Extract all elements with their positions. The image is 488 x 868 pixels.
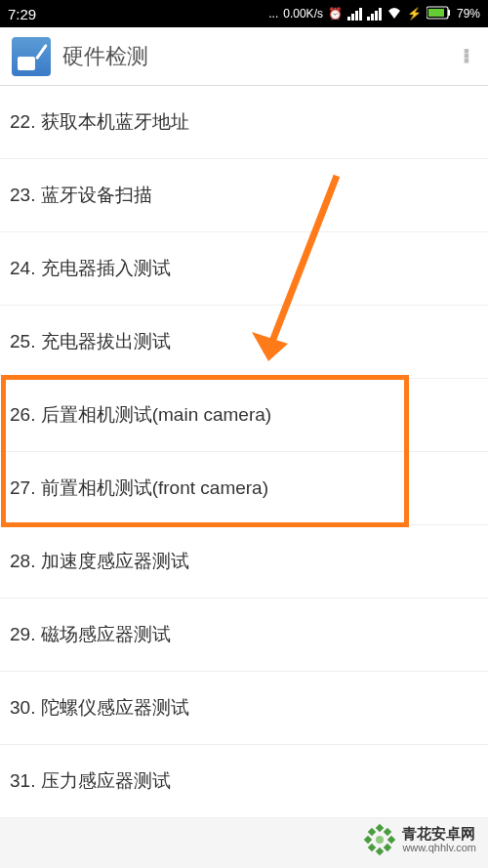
list-item[interactable]: 29. 磁场感应器测试: [0, 599, 488, 672]
watermark: 青花安卓网 www.qhhlv.com: [363, 823, 476, 856]
svg-rect-7: [364, 836, 372, 844]
svg-rect-8: [387, 836, 395, 844]
svg-rect-12: [384, 844, 391, 851]
svg-rect-1: [448, 10, 450, 16]
flash-icon: ⚡: [407, 7, 422, 21]
signal-icon-1: [347, 8, 362, 21]
list-item[interactable]: 24. 充电器插入测试: [0, 232, 488, 306]
svg-rect-5: [376, 824, 384, 832]
svg-rect-6: [376, 847, 384, 855]
list-item[interactable]: 30. 陀螺仪感应器测试: [0, 672, 488, 745]
status-dots: ...: [268, 7, 278, 21]
app-header: 硬件检测 ▪▪▪: [0, 27, 488, 86]
svg-rect-9: [368, 828, 376, 836]
list-item[interactable]: 26. 后置相机测试(main camera): [0, 379, 488, 452]
net-speed: 0.00K/s: [283, 7, 323, 21]
page-title: 硬件检测: [62, 42, 457, 71]
list-item[interactable]: 27. 前置相机测试(front camera): [0, 452, 488, 525]
app-icon: [12, 37, 51, 76]
watermark-logo-icon: [363, 823, 396, 856]
status-time: 7:29: [8, 6, 36, 22]
list-item[interactable]: 28. 加速度感应器测试: [0, 525, 488, 599]
alarm-icon: ⏰: [328, 7, 343, 21]
svg-rect-10: [384, 828, 391, 836]
svg-rect-2: [428, 9, 444, 17]
list-item[interactable]: 23. 蓝牙设备扫描: [0, 159, 488, 232]
status-right: ... 0.00K/s ⏰ ⚡ 79%: [268, 6, 480, 22]
watermark-text: 青花安卓网 www.qhhlv.com: [402, 826, 476, 854]
wifi-icon: [386, 7, 402, 21]
test-list: 22. 获取本机蓝牙地址 23. 蓝牙设备扫描 24. 充电器插入测试 25. …: [0, 86, 488, 818]
watermark-title: 青花安卓网: [402, 826, 476, 843]
status-bar: 7:29 ... 0.00K/s ⏰ ⚡ 79%: [0, 0, 488, 27]
list-item[interactable]: 25. 充电器拔出测试: [0, 306, 488, 379]
battery-pct: 79%: [457, 7, 480, 21]
signal-icon-2: [367, 8, 382, 21]
list-item[interactable]: 22. 获取本机蓝牙地址: [0, 86, 488, 159]
overflow-menu-icon[interactable]: ▪▪▪: [457, 49, 476, 63]
watermark-url: www.qhhlv.com: [402, 842, 476, 853]
battery-icon: [427, 6, 452, 22]
list-item[interactable]: 31. 压力感应器测试: [0, 745, 488, 818]
svg-rect-11: [368, 844, 376, 851]
svg-point-13: [376, 836, 384, 844]
